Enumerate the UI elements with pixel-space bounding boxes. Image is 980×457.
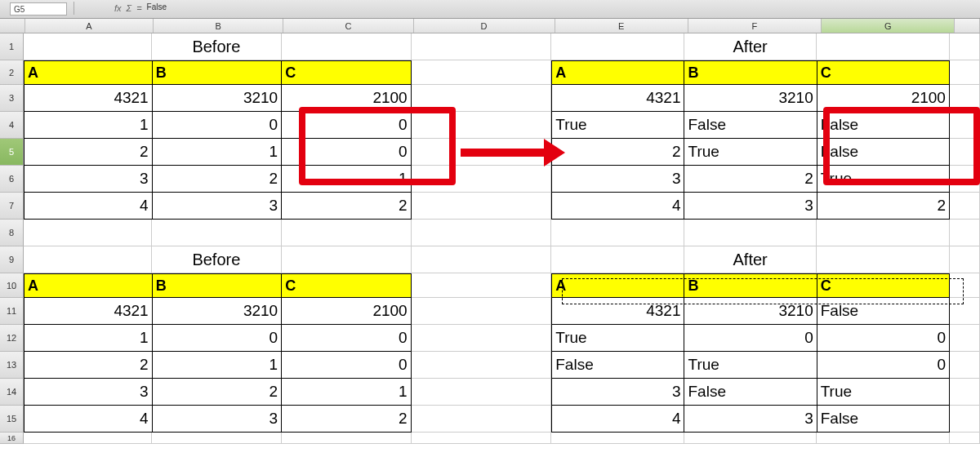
cell[interactable]: 2100 xyxy=(282,85,412,112)
cell[interactable]: 2100 xyxy=(817,85,950,112)
cell[interactable]: 2 xyxy=(282,406,412,433)
cell[interactable]: 2 xyxy=(24,139,153,166)
name-box[interactable]: G5 xyxy=(10,2,67,16)
cell[interactable]: 0 xyxy=(282,139,412,166)
row-header[interactable]: 11 xyxy=(0,298,24,325)
cell[interactable] xyxy=(282,433,412,444)
cell[interactable] xyxy=(950,352,980,379)
cell[interactable] xyxy=(817,246,950,273)
cell[interactable]: 1 xyxy=(24,325,153,352)
cell[interactable] xyxy=(950,85,980,112)
cell[interactable]: 3 xyxy=(684,406,817,433)
cell[interactable]: 3 xyxy=(551,379,684,406)
cell[interactable]: True xyxy=(817,379,950,406)
cell[interactable]: 0 xyxy=(817,352,950,379)
cell[interactable]: 0 xyxy=(282,325,412,352)
cell[interactable] xyxy=(551,433,684,444)
cell[interactable]: 0 xyxy=(153,325,283,352)
cell[interactable] xyxy=(950,246,980,273)
row-header[interactable]: 6 xyxy=(0,166,24,193)
cell[interactable] xyxy=(950,298,980,325)
row-header[interactable]: 12 xyxy=(0,325,24,352)
row-header[interactable]: 13 xyxy=(0,352,24,379)
cell[interactable] xyxy=(282,220,412,246)
cell[interactable] xyxy=(817,433,950,444)
cell[interactable]: 2 xyxy=(551,139,684,166)
cell[interactable]: 3210 xyxy=(684,85,817,112)
row-header[interactable]: 8 xyxy=(0,220,24,246)
row-header[interactable]: 2 xyxy=(0,60,24,85)
col-header-C[interactable]: C xyxy=(283,19,413,33)
formula-input[interactable]: False xyxy=(147,2,392,14)
row-header[interactable]: 1 xyxy=(0,33,24,60)
cell[interactable]: 2 xyxy=(24,352,153,379)
cell[interactable]: 4 xyxy=(551,406,684,433)
cell[interactable]: False xyxy=(684,379,817,406)
cell-header[interactable]: A xyxy=(24,273,153,298)
cell[interactable] xyxy=(950,433,980,444)
cell[interactable] xyxy=(412,193,552,220)
cell[interactable]: 1 xyxy=(282,379,412,406)
spreadsheet-grid[interactable]: 1 Before After 2 A B C A B C 3 4321 3210… xyxy=(0,33,980,444)
cell[interactable] xyxy=(950,220,980,246)
cell[interactable] xyxy=(950,325,980,352)
cell[interactable] xyxy=(950,166,980,193)
cell[interactable]: True xyxy=(551,112,684,139)
cell[interactable] xyxy=(551,33,684,60)
cell[interactable] xyxy=(684,220,817,246)
cell[interactable] xyxy=(950,193,980,220)
cell[interactable] xyxy=(950,379,980,406)
title-before-2[interactable]: Before xyxy=(152,246,282,273)
col-header-D[interactable]: D xyxy=(414,19,555,33)
cell[interactable]: True xyxy=(684,139,817,166)
cell[interactable] xyxy=(551,246,684,273)
cell[interactable]: 2100 xyxy=(282,298,412,325)
cell[interactable]: 0 xyxy=(282,112,412,139)
cell[interactable]: False xyxy=(817,139,950,166)
cell[interactable] xyxy=(412,379,552,406)
cell[interactable]: 3210 xyxy=(153,298,283,325)
cell[interactable]: False xyxy=(817,112,950,139)
cell[interactable]: 4 xyxy=(24,193,153,220)
row-header[interactable]: 4 xyxy=(0,112,24,139)
cell-header-A2[interactable]: A xyxy=(551,60,684,85)
cell[interactable]: 1 xyxy=(24,112,153,139)
row-header[interactable]: 15 xyxy=(0,406,24,433)
cell[interactable]: 1 xyxy=(153,352,283,379)
cell[interactable]: 3 xyxy=(24,166,153,193)
col-header-G[interactable]: G xyxy=(822,19,955,33)
autosum-icon[interactable]: Σ xyxy=(127,3,132,13)
cell[interactable]: 3 xyxy=(24,379,153,406)
cell[interactable] xyxy=(817,220,950,246)
fx-icon[interactable]: fx xyxy=(114,3,122,13)
cell[interactable]: 4 xyxy=(551,193,684,220)
cell[interactable]: 0 xyxy=(153,112,283,139)
cell[interactable] xyxy=(412,85,552,112)
cell[interactable]: 2 xyxy=(282,193,412,220)
cell[interactable] xyxy=(950,139,980,166)
cell-header[interactable]: B xyxy=(153,273,283,298)
cell[interactable] xyxy=(950,60,980,85)
cell[interactable]: 3210 xyxy=(684,298,817,325)
row-header[interactable]: 14 xyxy=(0,379,24,406)
cell[interactable] xyxy=(950,406,980,433)
cell-header-C[interactable]: C xyxy=(282,60,412,85)
cell[interactable] xyxy=(24,220,152,246)
cell[interactable]: 3 xyxy=(153,406,283,433)
cell[interactable]: 2 xyxy=(684,166,817,193)
cell-header-A[interactable]: A xyxy=(24,60,153,85)
cell[interactable] xyxy=(950,33,980,60)
cell[interactable] xyxy=(412,298,552,325)
select-all-corner[interactable] xyxy=(0,19,25,33)
cell[interactable]: 3 xyxy=(684,193,817,220)
cell[interactable]: 4321 xyxy=(24,298,153,325)
cell[interactable]: True xyxy=(551,325,684,352)
col-header-F[interactable]: F xyxy=(688,19,822,33)
cell-header[interactable]: C xyxy=(817,273,950,298)
cell[interactable]: 2 xyxy=(153,379,283,406)
cell[interactable]: 2 xyxy=(817,193,950,220)
cell[interactable] xyxy=(24,433,152,444)
cell[interactable] xyxy=(950,273,980,298)
cell[interactable]: 4 xyxy=(24,406,153,433)
row-header[interactable]: 3 xyxy=(0,85,24,112)
